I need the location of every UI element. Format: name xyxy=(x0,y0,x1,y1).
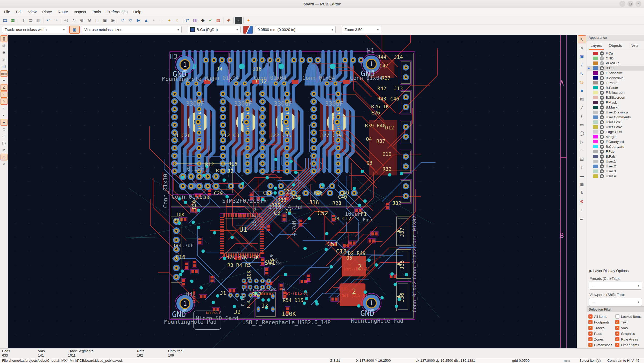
layer-color-swatch[interactable] xyxy=(593,115,598,119)
rule-area-tool[interactable]: ▨ xyxy=(578,95,586,103)
eye-icon[interactable] xyxy=(600,159,604,164)
layer-color-swatch[interactable] xyxy=(593,96,598,99)
dimension-tool[interactable]: ⇕ xyxy=(578,189,586,197)
minimize-button[interactable]: – xyxy=(619,1,625,7)
checkbox-checked-icon[interactable]: ✓ xyxy=(615,343,619,347)
track-display-mode-button[interactable]: Ø xyxy=(1,147,8,153)
grid-size-select[interactable]: 0.0500 mm (0.0020 in)▾ xyxy=(255,26,336,33)
measure-tool[interactable]: ▱ xyxy=(578,214,586,222)
layer-row-b-courtyard[interactable]: B.Courtyard xyxy=(587,144,644,149)
layer-color-swatch[interactable] xyxy=(593,150,598,153)
layer-row-power[interactable]: POWER xyxy=(587,61,644,66)
eye-icon[interactable] xyxy=(600,91,604,95)
eye-icon[interactable] xyxy=(600,150,604,154)
menu-preferences[interactable]: Preferences xyxy=(104,8,130,16)
checkbox-checked-icon[interactable]: ✓ xyxy=(615,320,619,324)
restore-button[interactable]: ▢ xyxy=(627,1,633,7)
layer-color-swatch[interactable] xyxy=(593,91,598,94)
filter-text[interactable]: ✓Text xyxy=(615,319,627,325)
scripting-console-button[interactable]: >_ xyxy=(235,17,242,24)
layer-row-gnd[interactable]: GND xyxy=(587,56,644,61)
properties-panel-button[interactable]: # xyxy=(1,161,8,167)
layer-color-swatch[interactable] xyxy=(593,52,598,55)
eye-icon[interactable] xyxy=(600,110,604,114)
layer-color-swatch[interactable] xyxy=(593,125,598,129)
layer-color-swatch[interactable] xyxy=(593,130,598,134)
layer-row-f-paste[interactable]: F.Paste xyxy=(587,80,644,85)
eye-icon[interactable] xyxy=(600,174,604,178)
place-via-tool[interactable]: ◎ xyxy=(578,78,586,86)
undo-button[interactable]: ↶ xyxy=(45,17,52,24)
board-setup-button[interactable]: ▦ xyxy=(9,17,16,24)
zoom-out-button[interactable]: ⊖ xyxy=(86,17,93,24)
layer-row-user-eco2[interactable]: User.Eco2 xyxy=(587,125,644,129)
place-text-tool[interactable]: T xyxy=(578,163,586,171)
filter-dimensions[interactable]: ✓Dimensions xyxy=(588,342,615,348)
checkbox-checked-icon[interactable]: ✓ xyxy=(588,314,593,319)
via-display-mode-button[interactable]: ◯ xyxy=(1,140,8,146)
eye-icon[interactable] xyxy=(600,81,604,85)
layer-color-swatch[interactable] xyxy=(593,86,598,89)
layer-display-options[interactable]: ▶ Layer Display Options xyxy=(587,269,644,274)
menu-edit[interactable]: Edit xyxy=(13,8,25,16)
ungroup-button[interactable]: ▫ xyxy=(158,17,165,24)
filter-locked-items[interactable]: Locked items xyxy=(615,314,642,319)
route-tracks-tool[interactable]: / xyxy=(578,61,586,69)
track-width-select[interactable]: Track: use netclass width▾ xyxy=(2,26,67,33)
layer-color-swatch[interactable] xyxy=(593,160,598,163)
plot-button[interactable]: ▥ xyxy=(35,17,42,24)
pcb-canvas[interactable]: 1GND1GND1GND1GNDH3GNDMountingHole_PadH1G… xyxy=(8,35,577,348)
units-mm-button[interactable]: mm xyxy=(1,70,8,77)
viewports-select[interactable]: ---▾ xyxy=(589,298,642,306)
menu-view[interactable]: View xyxy=(25,8,39,16)
checkbox-checked-icon[interactable]: ✓ xyxy=(588,320,593,324)
polar-coordinates-button[interactable]: θ xyxy=(1,49,8,56)
checkbox-checked-icon[interactable]: ✓ xyxy=(615,326,619,330)
delete-tool[interactable]: ⊗ xyxy=(578,197,586,205)
layer-row-user-4[interactable]: User.4 xyxy=(587,174,644,179)
eye-off-icon[interactable] xyxy=(600,61,604,65)
eye-icon[interactable] xyxy=(600,120,604,124)
page-settings-button[interactable]: ▯ xyxy=(19,17,26,24)
grid-overrides-button[interactable]: ▨ xyxy=(1,42,8,49)
eye-icon[interactable] xyxy=(600,145,604,149)
mirror-button[interactable]: ▲ xyxy=(143,17,150,24)
via-size-select[interactable]: Via: use netclass sizes▾ xyxy=(82,26,182,33)
draw-arc-tool[interactable]: ( xyxy=(578,112,586,120)
layer-color-swatch[interactable] xyxy=(593,169,598,173)
menu-inspect[interactable]: Inspect xyxy=(71,8,89,16)
draw-line-tool[interactable]: ╱ xyxy=(578,104,586,112)
layer-row-user-2[interactable]: User.2 xyxy=(587,164,644,169)
layer-color-swatch[interactable] xyxy=(593,111,598,114)
zoom-select[interactable]: Zoom 3.50▾ xyxy=(342,26,381,33)
auto-track-width-button[interactable]: ▣ xyxy=(69,26,80,34)
group-button[interactable]: ▫ xyxy=(150,17,158,24)
print-button[interactable]: ▤ xyxy=(27,17,34,24)
layer-row-f-fab[interactable]: F.Fab xyxy=(587,149,644,154)
layer-color-swatch[interactable] xyxy=(593,61,598,65)
units-mils-button[interactable]: mil xyxy=(1,63,8,70)
layer-row-f-silkscreen[interactable]: F.Silkscreen xyxy=(587,90,644,95)
text-box-tool[interactable]: ▬ xyxy=(578,172,586,180)
appearance-manager-button[interactable]: ≡ xyxy=(1,154,8,160)
draw-polygon-tool[interactable]: ▷ xyxy=(578,138,586,146)
highlight-nets-button[interactable]: ≈ xyxy=(1,105,8,112)
layer-color-swatch[interactable] xyxy=(593,165,598,168)
3d-viewer-button[interactable]: ◆ xyxy=(199,17,206,24)
layer-row-user-1[interactable]: User.1 xyxy=(587,159,644,164)
checkbox-checked-icon[interactable]: ✓ xyxy=(588,331,593,336)
filter-zones[interactable]: ✓Zones xyxy=(588,336,615,342)
table-tool[interactable]: ▦ xyxy=(578,180,586,188)
filter-graphics[interactable]: ✓Graphics xyxy=(615,331,635,336)
rotate-cw-button[interactable]: ↻ xyxy=(127,17,134,24)
layer-row-user-eco1[interactable]: User.Eco1 xyxy=(587,120,644,125)
eye-icon[interactable] xyxy=(600,164,604,168)
pad-display-mode-button[interactable]: ▭ xyxy=(1,133,8,140)
flip-board-view-button[interactable]: ▶ xyxy=(135,17,142,24)
rotate-ccw-button[interactable]: ↺ xyxy=(119,17,126,24)
eye-icon[interactable] xyxy=(600,71,604,75)
layer-color-swatch[interactable] xyxy=(593,66,598,70)
layer-row-user-drawings[interactable]: User.Drawings xyxy=(587,110,644,115)
pad-inspector-button[interactable]: ▩ xyxy=(215,17,222,24)
redo-button[interactable]: ↷ xyxy=(53,17,60,24)
